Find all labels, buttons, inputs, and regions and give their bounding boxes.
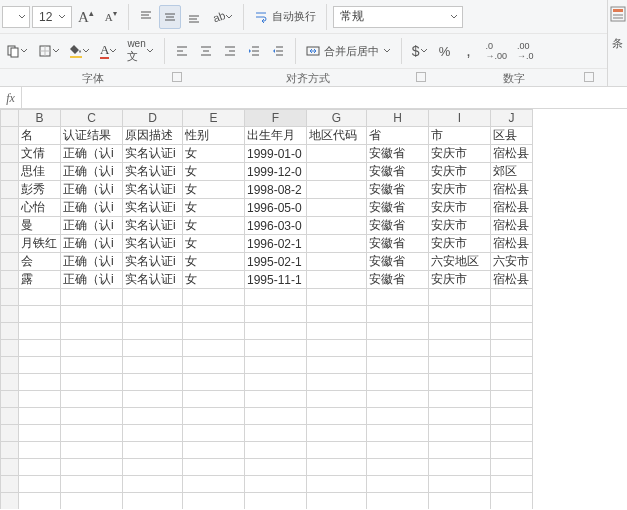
increase-indent-button[interactable] [267, 39, 289, 63]
cell[interactable]: 女 [183, 145, 245, 163]
cell[interactable] [183, 391, 245, 408]
font-dialog-launcher[interactable] [172, 72, 182, 82]
cell[interactable] [491, 306, 533, 323]
cell[interactable] [429, 442, 491, 459]
cell[interactable]: 安庆市 [429, 217, 491, 235]
row-header[interactable] [1, 408, 19, 425]
cell[interactable]: 正确（认i [61, 271, 123, 289]
cell[interactable]: 郊区 [491, 163, 533, 181]
cell[interactable] [307, 235, 367, 253]
cell[interactable]: 宿松县 [491, 181, 533, 199]
percent-button[interactable]: % [434, 39, 456, 63]
row-header[interactable] [1, 459, 19, 476]
cell[interactable] [307, 199, 367, 217]
cell[interactable] [367, 289, 429, 306]
cell[interactable] [307, 289, 367, 306]
cell[interactable]: 实名认证i [123, 235, 183, 253]
align-middle-button[interactable] [159, 5, 181, 29]
number-dialog-launcher[interactable] [584, 72, 594, 82]
orientation-button[interactable]: ab [207, 5, 237, 29]
decrease-indent-button[interactable] [243, 39, 265, 63]
cell[interactable]: 认证结果 [61, 127, 123, 145]
cell[interactable]: 女 [183, 217, 245, 235]
cell[interactable] [429, 459, 491, 476]
cell[interactable] [307, 181, 367, 199]
fx-label[interactable]: fx [0, 87, 22, 108]
copy-button[interactable] [2, 39, 32, 63]
decrease-font-button[interactable]: A▾ [100, 5, 122, 29]
cell[interactable] [491, 425, 533, 442]
col-header-H[interactable]: H [367, 110, 429, 127]
cell[interactable] [183, 374, 245, 391]
cell[interactable] [19, 340, 61, 357]
cell[interactable] [367, 323, 429, 340]
cell[interactable] [245, 493, 307, 510]
cell[interactable]: 出生年月 [245, 127, 307, 145]
cell[interactable]: 性别 [183, 127, 245, 145]
cell[interactable] [491, 374, 533, 391]
cell[interactable]: 正确（认i [61, 217, 123, 235]
cell[interactable]: 宿松县 [491, 217, 533, 235]
cell[interactable] [491, 340, 533, 357]
cell[interactable] [61, 442, 123, 459]
cell[interactable]: 安庆市 [429, 163, 491, 181]
cell[interactable]: 六安市 [491, 253, 533, 271]
cell[interactable]: 区县 [491, 127, 533, 145]
cell[interactable] [429, 391, 491, 408]
cell[interactable] [307, 357, 367, 374]
cell[interactable] [183, 289, 245, 306]
row-header[interactable] [1, 145, 19, 163]
row-header[interactable] [1, 289, 19, 306]
grid[interactable]: BCDEFGHIJ名认证结果原因描述性别出生年月地区代码省市区县文倩正确（认i实… [0, 109, 627, 509]
cell[interactable] [307, 163, 367, 181]
cell[interactable]: 正确（认i [61, 145, 123, 163]
cell[interactable] [367, 391, 429, 408]
cell[interactable]: 女 [183, 199, 245, 217]
cell[interactable] [307, 408, 367, 425]
cell[interactable] [183, 306, 245, 323]
cell[interactable] [429, 408, 491, 425]
cell[interactable] [19, 289, 61, 306]
cell[interactable] [491, 357, 533, 374]
cell[interactable]: 会 [19, 253, 61, 271]
phonetic-button[interactable]: wen文 [123, 39, 157, 63]
cell[interactable]: 实名认证i [123, 181, 183, 199]
cell[interactable] [123, 289, 183, 306]
cell[interactable]: 1996-05-0 [245, 199, 307, 217]
cell[interactable] [61, 459, 123, 476]
cell[interactable] [367, 357, 429, 374]
number-format-combo[interactable]: 常规 [333, 6, 463, 28]
cell[interactable]: 安徽省 [367, 181, 429, 199]
increase-font-button[interactable]: A▴ [74, 5, 98, 29]
cell[interactable]: 实名认证i [123, 163, 183, 181]
cell[interactable] [61, 493, 123, 510]
cell[interactable] [19, 391, 61, 408]
cell[interactable] [307, 145, 367, 163]
cell[interactable]: 女 [183, 271, 245, 289]
row-header[interactable] [1, 235, 19, 253]
cell[interactable] [491, 459, 533, 476]
cell[interactable]: 安庆市 [429, 199, 491, 217]
cell[interactable]: 1998-08-2 [245, 181, 307, 199]
cell[interactable] [19, 408, 61, 425]
cell[interactable] [367, 442, 429, 459]
cell[interactable]: 实名认证i [123, 217, 183, 235]
cell[interactable] [245, 476, 307, 493]
cell[interactable] [123, 306, 183, 323]
cell[interactable] [367, 476, 429, 493]
col-header-G[interactable]: G [307, 110, 367, 127]
col-header-J[interactable]: J [491, 110, 533, 127]
cell[interactable] [367, 306, 429, 323]
cell[interactable]: 实名认证i [123, 199, 183, 217]
cell[interactable] [367, 374, 429, 391]
currency-button[interactable]: $ [408, 39, 432, 63]
cell[interactable] [183, 493, 245, 510]
cell[interactable] [19, 306, 61, 323]
cell[interactable]: 彭秀 [19, 181, 61, 199]
cell[interactable]: 女 [183, 181, 245, 199]
cell[interactable] [61, 408, 123, 425]
cell[interactable] [183, 442, 245, 459]
cell[interactable]: 省 [367, 127, 429, 145]
cell[interactable]: 女 [183, 163, 245, 181]
cell[interactable] [123, 391, 183, 408]
